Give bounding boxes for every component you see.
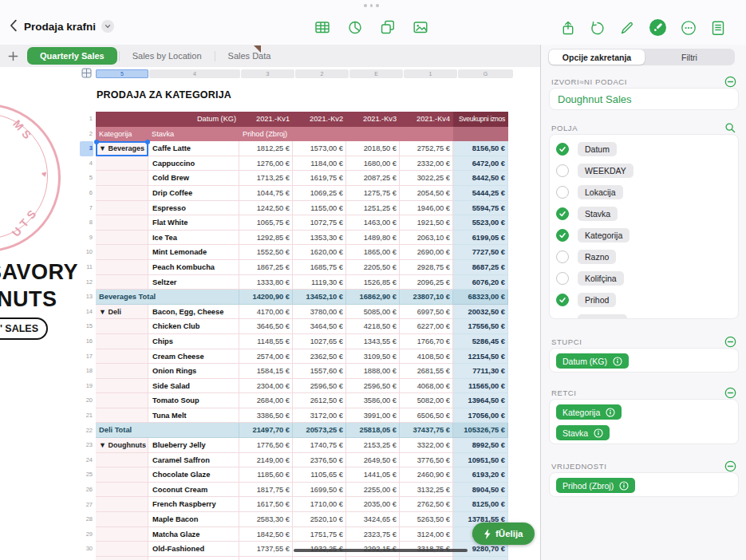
cell[interactable] (453, 127, 508, 142)
cell[interactable]: 1680,00 € (346, 156, 400, 172)
field-checkbox[interactable] (556, 272, 569, 285)
cell[interactable]: 21497,70 € (239, 423, 293, 438)
cell[interactable]: 2460,90 € (400, 467, 453, 483)
tab-filters[interactable]: Filtri (645, 49, 734, 65)
cell[interactable]: 1831,25 € (293, 557, 346, 560)
row-number[interactable]: 27 (80, 498, 93, 513)
field-pill[interactable]: Lokacija (578, 185, 623, 199)
cell[interactable]: 3424,65 € (346, 512, 400, 527)
cell[interactable]: 105326,75 € (453, 423, 508, 438)
cell[interactable]: 6227,00 € (400, 319, 453, 334)
cell[interactable]: 68323,00 € (453, 290, 508, 305)
cell[interactable] (96, 334, 148, 349)
format-button[interactable] (649, 18, 667, 37)
cell[interactable]: Bacon, Egg, Cheese (148, 305, 239, 320)
cell[interactable]: 1713,25 € (239, 171, 293, 186)
cell[interactable] (96, 483, 148, 498)
header-quarter[interactable]: 2021.-Kv4 (400, 112, 453, 127)
cell[interactable]: 7727,50 € (453, 245, 508, 260)
cell[interactable]: 2332,00 € (400, 156, 453, 172)
cell[interactable]: 8687,25 € (453, 260, 508, 275)
header-datum[interactable]: Datum (KG) (96, 112, 239, 127)
column-header[interactable]: 5 (96, 69, 148, 78)
info-icon[interactable] (619, 481, 629, 491)
cell[interactable]: Drip Coffee (148, 186, 239, 201)
cell[interactable]: 1072,75 € (293, 215, 346, 231)
cell[interactable]: 1353,30 € (293, 231, 346, 246)
field-pill[interactable]: Kategorija (578, 228, 630, 243)
cell[interactable]: 13452,10 € (293, 290, 346, 305)
cell[interactable]: 2520,10 € (293, 512, 346, 527)
cell[interactable]: 13964,50 € (453, 393, 508, 408)
cell[interactable]: Cold Brew (148, 171, 239, 186)
cell[interactable]: 20573,25 € (293, 423, 346, 438)
cell[interactable]: 1027,65 € (293, 334, 346, 349)
row-number[interactable]: 25 (80, 467, 93, 483)
cell[interactable]: 5085,00 € (346, 305, 400, 320)
cell[interactable]: 3646,50 € (239, 319, 293, 334)
cell[interactable]: Seltzer (148, 275, 239, 290)
cell[interactable] (96, 408, 148, 424)
cell[interactable]: 2063,10 € (400, 231, 453, 246)
cell[interactable] (96, 201, 148, 216)
cell[interactable]: 1552,50 € (239, 245, 293, 260)
row-number[interactable]: 8 (80, 215, 93, 231)
cell[interactable] (96, 260, 148, 275)
collapse-icon[interactable] (724, 460, 736, 472)
cell[interactable]: 8125,00 € (453, 497, 508, 512)
cell[interactable]: 1699,50 € (293, 483, 346, 498)
history-button[interactable] (590, 20, 606, 36)
cell[interactable]: Beverages Total (96, 290, 239, 305)
cell[interactable]: 1069,25 € (293, 186, 346, 201)
row-number[interactable]: 11 (80, 260, 93, 275)
search-icon[interactable] (724, 122, 736, 134)
cell[interactable]: 2255,00 € (346, 483, 400, 498)
header-stavka[interactable]: Stavka (148, 127, 239, 142)
row-number[interactable]: 4 (80, 156, 93, 172)
cell[interactable] (96, 542, 148, 557)
cell[interactable]: 1710,00 € (293, 497, 346, 512)
pivot-field-pill[interactable]: Kategorija (556, 404, 622, 420)
cell[interactable]: 3172,00 € (293, 408, 346, 424)
cell[interactable]: Ice Tea (148, 231, 239, 246)
cell[interactable]: 1573,00 € (293, 141, 346, 156)
horizontal-scrollbar[interactable] (294, 549, 468, 552)
cell[interactable]: 1817,75 € (239, 483, 293, 498)
cell[interactable]: 2574,00 € (239, 349, 293, 365)
column-header[interactable]: 2 (295, 69, 349, 78)
row-number[interactable]: 18 (80, 364, 93, 379)
cell[interactable]: 1584,15 € (239, 364, 293, 379)
field-checkbox[interactable] (556, 229, 569, 242)
cell[interactable]: 16862,90 € (346, 290, 400, 305)
cell[interactable]: 1489,80 € (346, 231, 400, 246)
cell[interactable]: 2752,75 € (400, 141, 453, 156)
cell[interactable]: 1441,05 € (346, 467, 400, 483)
collapse-icon[interactable] (724, 387, 736, 399)
cell[interactable]: 10951,50 € (453, 453, 508, 468)
cell[interactable]: 2295,65 € (346, 557, 400, 560)
cell[interactable]: 2928,75 € (400, 260, 453, 275)
cell[interactable]: Maple Bacon (148, 512, 239, 527)
cell[interactable]: 1526,85 € (346, 275, 400, 290)
cell[interactable]: 1766,70 € (400, 334, 453, 349)
row-number[interactable]: 20 (80, 393, 93, 408)
header-prihod[interactable]: Prihod (Zbroj) (239, 127, 293, 142)
cell[interactable]: Mint Lemonade (148, 245, 239, 260)
cell[interactable]: 8156,50 € (453, 141, 508, 156)
cell[interactable]: 17556,50 € (453, 319, 508, 334)
row-number[interactable]: 12 (80, 275, 93, 290)
info-icon[interactable] (594, 428, 603, 438)
cell[interactable]: 1119,30 € (293, 275, 346, 290)
field-checkbox[interactable] (556, 186, 569, 199)
share-button[interactable] (560, 20, 576, 36)
cell[interactable]: 2943,50 € (400, 557, 453, 560)
cell[interactable]: 1751,75 € (293, 527, 346, 542)
row-number[interactable]: 9 (80, 231, 93, 246)
cell[interactable]: Caffe Latte (148, 141, 239, 156)
cell[interactable]: 5444,25 € (453, 186, 508, 201)
cell[interactable] (96, 245, 148, 260)
row-number[interactable]: 19 (80, 379, 93, 394)
field-pill[interactable]: Kolifçina (578, 271, 624, 286)
row-number[interactable]: 23 (80, 438, 93, 453)
cell[interactable]: 6076,20 € (453, 275, 508, 290)
